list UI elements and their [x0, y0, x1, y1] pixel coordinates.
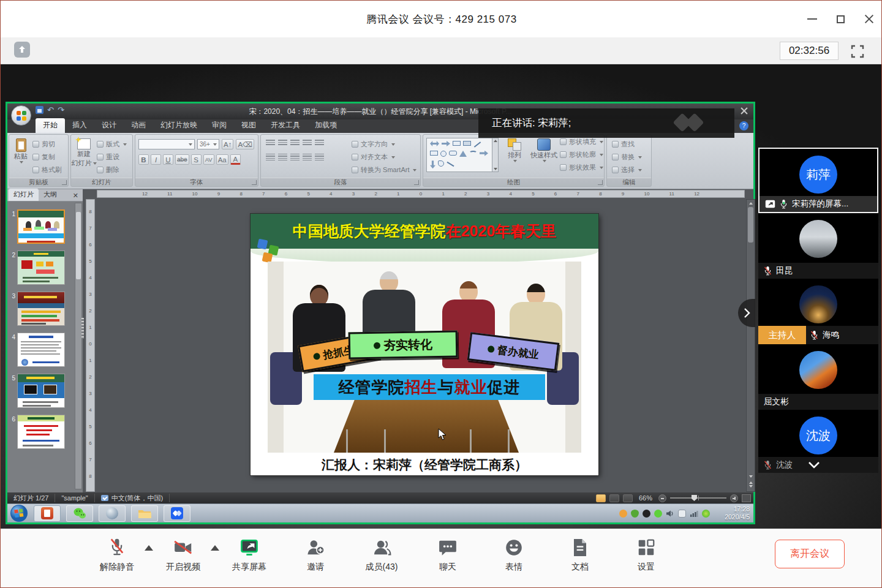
dialog-launcher-icon[interactable]	[598, 180, 603, 185]
tab-slides[interactable]: 幻灯片	[9, 189, 39, 201]
tray-update-icon[interactable]	[702, 510, 710, 518]
minimize-icon[interactable]	[807, 18, 817, 20]
slide-thumbnail-6[interactable]	[17, 415, 65, 449]
select-button[interactable]: 选择	[612, 165, 651, 175]
text-direction-button[interactable]: 文字方向	[352, 140, 417, 149]
tab-design[interactable]: 设计	[94, 118, 124, 133]
leave-meeting-button[interactable]: 离开会议	[775, 540, 845, 568]
justify-icon[interactable]	[303, 154, 312, 160]
quick-styles-button[interactable]: 快速样式	[528, 135, 560, 172]
taskbar-clock[interactable]: 17:28 2020/4/5	[714, 505, 752, 521]
find-button[interactable]: 查找	[612, 140, 651, 149]
participant-tile-tiankun[interactable]: 田昆	[758, 213, 878, 279]
start-button-icon[interactable]	[10, 504, 28, 522]
indent-increase-icon[interactable]	[303, 140, 312, 146]
smartart-button[interactable]: 转换为 SmartArt	[352, 165, 417, 175]
tab-home[interactable]: 开始	[36, 118, 65, 133]
delete-slide-button[interactable]: 删除	[97, 165, 127, 175]
align-text-button[interactable]: 对齐文本	[352, 153, 417, 162]
maximize-icon[interactable]	[837, 15, 845, 23]
security-shield-icon[interactable]	[14, 42, 30, 58]
tray-network-icon[interactable]	[690, 510, 698, 517]
arrange-button[interactable]: 排列	[501, 135, 528, 172]
bold-button[interactable]: B	[138, 154, 149, 165]
taskbar-explorer[interactable]	[131, 505, 158, 522]
shapes-gallery[interactable]	[426, 138, 499, 172]
shadow-button[interactable]: S	[191, 154, 202, 165]
bullets-icon[interactable]	[266, 140, 275, 146]
tab-outline[interactable]: 大纲	[39, 189, 62, 201]
slide-scrollbar[interactable]	[746, 199, 755, 492]
tab-view[interactable]: 视图	[234, 118, 263, 133]
zoom-in-button[interactable]	[730, 494, 738, 502]
align-center-icon[interactable]	[278, 154, 287, 160]
participant-tile-quwenbin[interactable]: 屈文彬	[758, 344, 878, 410]
fullscreen-icon[interactable]	[848, 42, 867, 61]
taskbar-powerpoint[interactable]	[34, 505, 61, 522]
slide-thumbnail-2[interactable]	[17, 251, 65, 285]
next-slide-icon[interactable]	[749, 485, 753, 488]
tray-clipboard-icon[interactable]	[678, 510, 686, 518]
format-painter-button[interactable]: 格式刷	[32, 165, 62, 175]
tab-review[interactable]: 审阅	[205, 118, 234, 133]
save-icon[interactable]	[36, 106, 43, 114]
slide-thumbnail-5[interactable]	[17, 374, 65, 408]
slide[interactable]: 中国地质大学经管学院在2020年春天里	[251, 214, 598, 475]
office-button[interactable]	[11, 105, 31, 126]
tray-volume-icon[interactable]	[666, 510, 674, 518]
zoom-slider[interactable]	[670, 497, 726, 499]
columns-icon[interactable]	[315, 154, 324, 160]
underline-button[interactable]: U	[163, 154, 173, 165]
taskbar-browser[interactable]	[99, 505, 126, 522]
slide-thumbnail-1[interactable]	[17, 209, 65, 244]
zoom-out-button[interactable]	[658, 494, 666, 502]
change-case-button[interactable]: Aa	[216, 154, 228, 165]
numbering-icon[interactable]	[278, 140, 287, 146]
indent-decrease-icon[interactable]	[290, 140, 300, 146]
dialog-launcher-icon[interactable]	[414, 180, 419, 185]
tray-qq-icon[interactable]	[643, 510, 650, 518]
tab-addins[interactable]: 加载项	[307, 118, 344, 133]
participant-tile-songliping[interactable]: 莉萍 宋莉萍的屏幕...	[758, 148, 878, 213]
taskbar-wechat[interactable]	[66, 505, 93, 522]
reset-button[interactable]: 重设	[97, 153, 127, 162]
share-screen-button[interactable]: 共享屏幕	[224, 538, 275, 573]
tray-shield-icon[interactable]	[631, 510, 639, 518]
help-icon[interactable]: ?	[739, 121, 748, 130]
unmute-button[interactable]: 解除静音	[91, 538, 143, 573]
shapes-scrollbar[interactable]	[492, 138, 498, 172]
slide-thumbnail-3[interactable]	[17, 292, 65, 326]
strikethrough-button[interactable]: abe	[175, 154, 189, 165]
start-video-button[interactable]: 开启视频	[157, 538, 209, 573]
documents-button[interactable]: 文档	[554, 538, 606, 573]
line-spacing-icon[interactable]	[315, 140, 324, 146]
close-icon[interactable]	[864, 14, 874, 24]
tab-slideshow[interactable]: 幻灯片放映	[153, 118, 205, 133]
tray-key-icon[interactable]	[619, 510, 627, 518]
replace-button[interactable]: 替换	[612, 153, 651, 162]
reactions-button[interactable]: 表情	[488, 538, 540, 573]
chevron-down-icon[interactable]	[808, 461, 820, 469]
clear-format-button[interactable]: A⌫	[236, 139, 254, 149]
copy-button[interactable]: 复制	[32, 153, 62, 162]
taskbar-meeting-app[interactable]	[164, 505, 190, 522]
char-spacing-button[interactable]: AV	[203, 154, 214, 165]
panel-close-icon[interactable]: ✕	[71, 190, 80, 201]
align-right-icon[interactable]	[290, 154, 300, 160]
video-options-caret[interactable]	[211, 545, 219, 551]
align-left-icon[interactable]	[266, 154, 275, 160]
font-color-button[interactable]: A	[230, 154, 241, 165]
ppt-close-icon[interactable]	[740, 107, 748, 115]
grow-font-button[interactable]: A↑	[222, 139, 233, 149]
invite-button[interactable]: 邀请	[290, 538, 341, 573]
slide-sorter-button[interactable]	[609, 494, 619, 502]
dialog-launcher-icon[interactable]	[252, 180, 257, 185]
fit-to-window-button[interactable]	[742, 494, 751, 502]
previous-slide-icon[interactable]	[749, 481, 753, 484]
redo-icon[interactable]: ↷	[58, 106, 64, 114]
chat-button[interactable]: 聊天	[422, 538, 473, 573]
tab-animation[interactable]: 动画	[124, 118, 153, 133]
cut-button[interactable]: 剪切	[32, 140, 62, 149]
mic-options-caret[interactable]	[145, 545, 153, 551]
participant-tile-shenbo[interactable]: 沈波 沈波	[758, 410, 878, 473]
